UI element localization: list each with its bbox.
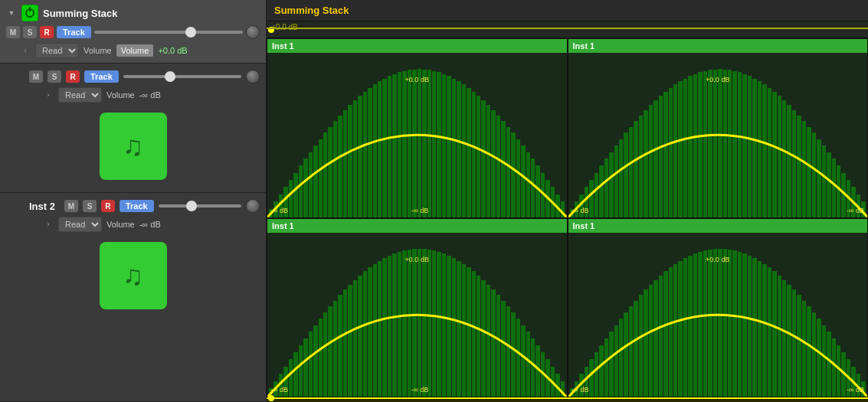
- inst2-mute-button[interactable]: M: [64, 200, 78, 212]
- inst2-db-value: -∞ dB: [139, 220, 161, 229]
- summing-msr-row: M S R Track: [6, 25, 260, 39]
- inst2-slider-thumb[interactable]: [186, 201, 197, 211]
- summing-power-button[interactable]: [21, 5, 38, 21]
- summing-volume-tooltip: Volume: [116, 44, 154, 57]
- inst2-volume-label: Volume: [106, 220, 135, 229]
- summing-title-row: ▼ Summing Stack: [6, 5, 260, 21]
- db-left-bl: -∞ dB: [270, 386, 288, 394]
- clip-top-right-content: +0.0 dB -∞ dB -∞ dB: [568, 53, 868, 217]
- inst1-mute-button[interactable]: M: [29, 70, 43, 83]
- inst2-automation-row: › Read Volume -∞ dB: [6, 217, 260, 232]
- clip-bottom-left-content: +0.0 dB -∞ dB -∞ dB: [267, 233, 567, 397]
- inst1-slider-thumb[interactable]: [165, 71, 175, 82]
- clip-top-right: Inst 1 +0.0 dB -∞ dB -∞ dB: [568, 38, 869, 218]
- summing-knob[interactable]: [246, 25, 260, 39]
- inst1-inner: M S R Track: [6, 70, 260, 83]
- inst2-read-select[interactable]: Read: [58, 217, 102, 232]
- top-volume-db-label: +0.0 dB: [271, 23, 298, 31]
- db-right-tl: -∞ dB: [411, 207, 428, 214]
- inst2-slider-container: [159, 204, 241, 208]
- inst2-music-note-icon: ♫: [123, 260, 143, 292]
- inst2-slider-track[interactable]: [159, 204, 241, 208]
- inst1-automation-row: › Read Volume -∞ dB: [6, 87, 260, 103]
- inst1-read-select[interactable]: Read: [58, 87, 102, 103]
- inst1-db-value: -∞ dB: [139, 90, 161, 100]
- db-center-tl: +0.0 dB: [405, 76, 429, 83]
- clips-grid: Inst 1 +0.0 dB -∞ dB -∞ dB Inst 1: [267, 38, 868, 397]
- clip-top-right-header: Inst 1: [568, 39, 868, 53]
- summing-db-value: +0.0 dB: [158, 46, 187, 55]
- clip-top-left-content: +0.0 dB -∞ dB -∞ dB: [267, 53, 567, 217]
- summing-slider-track[interactable]: [94, 31, 243, 34]
- summing-stack-title: Summing Stack: [43, 8, 260, 19]
- clip-bottom-right-content: +0.0 dB -∞ dB -∞ dB: [568, 233, 868, 397]
- db-right-tr: -∞ dB: [847, 207, 864, 214]
- db-right-bl: -∞ dB: [411, 386, 428, 394]
- inst2-inner: Inst 2 M S R Track: [6, 199, 260, 213]
- inst2-thumbnail: ♫: [100, 242, 167, 309]
- inst1-knob[interactable]: [246, 70, 260, 83]
- clip-bottom-left-header: Inst 1: [267, 219, 567, 233]
- inst1-music-note-icon: ♫: [123, 130, 143, 162]
- clip-bottom-right-header: Inst 1: [568, 219, 868, 233]
- right-panel: Summing Stack +0.0 dB Inst 1 +0.0 dB -∞ …: [267, 0, 868, 402]
- summing-solo-button[interactable]: S: [23, 26, 37, 38]
- summing-record-button[interactable]: R: [40, 26, 54, 38]
- inst1-section: M S R Track › Read Volume -∞ dB: [0, 64, 266, 193]
- db-left-tl: -∞ dB: [270, 207, 288, 214]
- inst2-thumbnail-area: ♫: [6, 236, 260, 315]
- inst1-track-label[interactable]: Track: [84, 70, 119, 83]
- summing-slider-container: [94, 31, 243, 34]
- inst2-record-button[interactable]: R: [101, 200, 115, 212]
- summing-chevron[interactable]: ▼: [6, 8, 17, 18]
- db-left-br: -∞ dB: [572, 386, 589, 394]
- inst1-expand-chevron[interactable]: ›: [43, 90, 54, 100]
- db-center-br: +0.0 dB: [706, 256, 729, 263]
- db-center-bl: +0.0 dB: [405, 256, 429, 263]
- clip-top-left-header: Inst 1: [267, 39, 567, 53]
- top-volume-bar: +0.0 dB: [267, 21, 868, 38]
- left-panel: ▼ Summing Stack M S R Track › Read Volum…: [0, 0, 267, 402]
- summing-volume-label: Volume: [84, 46, 112, 55]
- inst1-slider-track[interactable]: [123, 75, 241, 78]
- inst1-thumbnail-area: ♫: [6, 106, 260, 186]
- power-icon: [25, 8, 34, 18]
- inst1-volume-label: Volume: [106, 90, 135, 100]
- summing-automation-row: › Read Volume Volume +0.0 dB: [6, 43, 260, 58]
- inst1-title-row: M S R Track: [29, 70, 260, 83]
- inst1-solo-button[interactable]: S: [47, 70, 61, 83]
- inst2-expand-chevron[interactable]: ›: [43, 219, 54, 230]
- summing-slider-thumb[interactable]: [185, 27, 196, 38]
- summing-stack-header: ▼ Summing Stack M S R Track › Read Volum…: [0, 0, 266, 64]
- inst1-record-button[interactable]: R: [66, 70, 80, 83]
- inst2-title-row: Inst 2 M S R Track: [29, 199, 260, 213]
- db-center-tr: +0.0 dB: [706, 76, 729, 83]
- summing-mute-button[interactable]: M: [6, 26, 20, 38]
- summing-expand-chevron[interactable]: ›: [20, 45, 31, 56]
- clip-bottom-left: Inst 1 +0.0 dB -∞ dB -∞ dB: [267, 218, 568, 398]
- inst2-track-label[interactable]: Track: [120, 200, 154, 212]
- summing-track-label[interactable]: Track: [57, 26, 91, 38]
- db-right-br: -∞ dB: [847, 386, 864, 394]
- inst1-slider-container: [123, 75, 241, 78]
- right-header: Summing Stack: [267, 0, 868, 21]
- inst2-title: Inst 2: [29, 201, 55, 212]
- inst2-knob[interactable]: [246, 199, 260, 213]
- right-panel-title: Summing Stack: [274, 5, 349, 16]
- inst2-solo-button[interactable]: S: [83, 200, 97, 212]
- volume-automation-line: [267, 28, 868, 29]
- clip-bottom-right: Inst 1 +0.0 dB -∞ dB -∞ dB: [568, 218, 869, 398]
- clip-top-left: Inst 1 +0.0 dB -∞ dB -∞ dB: [267, 38, 568, 218]
- db-left-tr: -∞ dB: [572, 207, 589, 214]
- summing-read-select[interactable]: Read: [35, 43, 79, 58]
- inst1-thumbnail: ♫: [100, 113, 167, 180]
- inst2-section: Inst 2 M S R Track › Read Volume -∞ dB: [0, 193, 266, 402]
- bottom-yellow-bar: [267, 397, 868, 402]
